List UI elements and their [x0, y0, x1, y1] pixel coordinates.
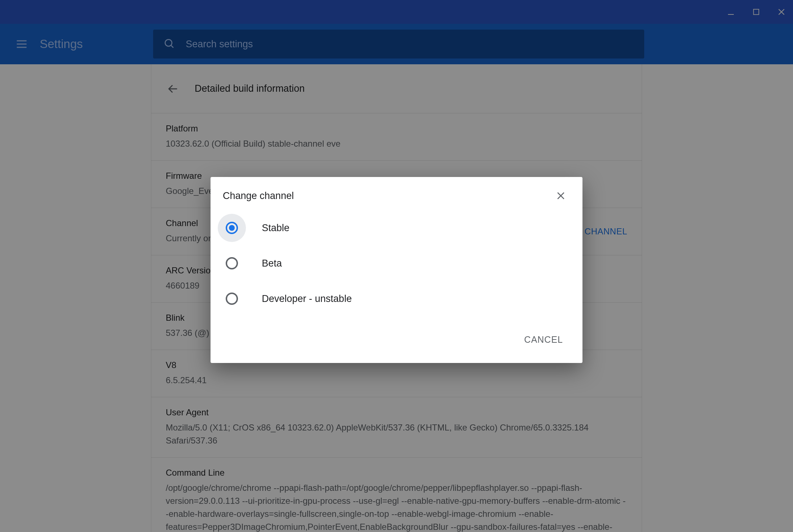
cancel-button[interactable]: CANCEL	[524, 334, 563, 345]
change-channel-dialog: Change channel Stable Beta Developer - u…	[211, 177, 582, 363]
modal-scrim[interactable]: Change channel Stable Beta Developer - u…	[0, 0, 793, 532]
channel-option-developer[interactable]: Developer - unstable	[218, 281, 570, 316]
radio-icon	[226, 293, 238, 305]
option-label: Stable	[262, 222, 290, 234]
radio-icon	[226, 222, 238, 234]
radio-icon	[226, 257, 238, 269]
channel-option-beta[interactable]: Beta	[218, 246, 570, 281]
channel-option-stable[interactable]: Stable	[218, 210, 570, 246]
option-label: Beta	[262, 258, 282, 269]
dialog-close-button[interactable]	[554, 189, 568, 203]
dialog-title: Change channel	[223, 190, 294, 202]
option-label: Developer - unstable	[262, 293, 352, 304]
channel-options: Stable Beta Developer - unstable	[211, 210, 582, 334]
